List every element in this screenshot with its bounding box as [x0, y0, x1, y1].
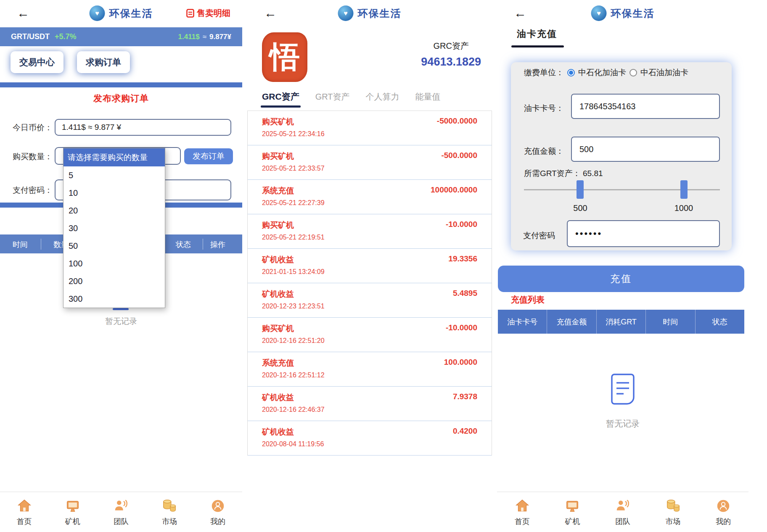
brand-logo-icon: ♥	[338, 5, 354, 21]
trade-tabs: 交易中心 求购订单	[11, 51, 130, 73]
nav-item-profile[interactable]: 我的	[201, 498, 235, 527]
nav-item-team[interactable]: 团队	[104, 498, 138, 527]
transaction-row[interactable]: 系统充值100000.0000 2025-05-21 22:27:39	[248, 180, 492, 214]
asset-label: GRC资产	[421, 40, 481, 52]
tab-personal-power[interactable]: 个人算力	[366, 91, 399, 104]
slider-handle-min[interactable]	[577, 180, 584, 199]
dropdown-option[interactable]: 50	[63, 237, 165, 255]
txn-time: 2020-12-23 12:23:51	[262, 303, 477, 310]
radio-petrochina[interactable]	[629, 69, 637, 76]
txn-title: 购买矿机	[262, 323, 294, 334]
transaction-row[interactable]: 购买矿机-10.0000 2025-05-21 22:19:51	[248, 214, 492, 249]
brand-name: 环保生活	[109, 7, 153, 20]
back-arrow-icon[interactable]: ←	[514, 6, 526, 20]
radio-sinopec[interactable]	[567, 69, 575, 76]
today-price-input[interactable]: 1.411$ ≈ 9.877 ¥	[55, 119, 231, 136]
nav-item-label: 我的	[210, 516, 225, 527]
txn-time: 2020-08-04 11:19:56	[262, 440, 477, 448]
brand-header: ♥ 环保生活	[338, 5, 402, 21]
publish-order-button[interactable]: 发布订单	[184, 148, 233, 164]
qty-field-label: 购买数量：	[13, 151, 53, 162]
transaction-row[interactable]: 购买矿机-10.0000 2020-12-16 22:51:20	[248, 318, 492, 352]
tab-buy-orders[interactable]: 求购订单	[77, 51, 130, 73]
dropdown-option[interactable]: 300	[63, 290, 165, 308]
txn-time: 2025-05-21 22:33:57	[262, 165, 477, 172]
transaction-list: 购买矿机-5000.0000 2025-05-21 22:34:16 购买矿机-…	[247, 111, 492, 456]
grt-required-row: 所需GRT资产： 65.81	[524, 168, 603, 179]
nav-item-home[interactable]: 首页	[8, 498, 41, 527]
nav-item-home[interactable]: 首页	[505, 498, 539, 527]
transaction-row[interactable]: 购买矿机-5000.0000 2025-05-21 22:34:16	[248, 111, 492, 145]
col-time: 时间	[13, 240, 28, 250]
tab-trade-center[interactable]: 交易中心	[11, 51, 63, 73]
back-arrow-icon[interactable]: ←	[17, 6, 29, 20]
dropdown-option[interactable]: 20	[63, 202, 165, 219]
txn-title: 系统充值	[262, 185, 294, 196]
txn-amount: 7.9378	[453, 392, 477, 403]
transaction-row[interactable]: 矿机收益5.4895 2020-12-23 12:23:51	[248, 283, 492, 318]
dropdown-option[interactable]: 5	[63, 166, 165, 184]
amount-slider-track[interactable]	[524, 189, 720, 190]
amount-label: 充值金额：	[524, 146, 564, 157]
miner-icon	[564, 498, 581, 514]
transaction-row[interactable]: 系统充值100.0000 2020-12-16 22:51:12	[248, 352, 492, 387]
txn-amount: 5.4895	[453, 289, 477, 300]
dropdown-option[interactable]: 30	[63, 219, 165, 237]
receipt-icon	[186, 9, 194, 18]
txn-title: 矿机收益	[262, 254, 294, 265]
price-bar: GRT/USDT +5.7% 1.411$ ≈ 9.877¥	[0, 27, 242, 46]
txn-title: 矿机收益	[262, 427, 294, 437]
nav-item-label: 市场	[666, 516, 681, 527]
tab-grt-asset[interactable]: GRT资产	[315, 91, 350, 104]
brand-header: ♥ 环保生活	[90, 5, 153, 21]
avatar-char: 悟	[270, 37, 300, 77]
unit-label: 缴费单位：	[524, 67, 564, 78]
nav-item-market[interactable]: 市场	[153, 498, 186, 527]
dropdown-option[interactable]: 10	[63, 184, 165, 202]
price-usd: 1.411$	[178, 33, 200, 41]
dropdown-option[interactable]: 100	[63, 255, 165, 272]
trade-screen: ← ♥ 环保生活 售卖明细 GRT/USDT +5.7% 1.411$ ≈ 9.…	[0, 0, 242, 532]
sell-detail-link[interactable]: 售卖明细	[186, 8, 230, 19]
nav-item-profile[interactable]: 我的	[706, 498, 740, 527]
password-dots: ••••••	[575, 228, 602, 239]
nav-item-miner[interactable]: 矿机	[555, 498, 589, 527]
sell-detail-label: 售卖明细	[197, 8, 230, 19]
dropdown-placeholder-option[interactable]: 请选择需要购买的数量	[63, 148, 165, 166]
column-separator	[41, 239, 41, 250]
password-input[interactable]: ••••••	[567, 220, 720, 247]
home-icon	[514, 498, 531, 514]
transaction-row[interactable]: 矿机收益7.9378 2020-12-16 22:46:37	[248, 387, 492, 421]
recharge-button[interactable]: 充值	[498, 266, 744, 292]
txn-amount: -500.0000	[441, 151, 477, 162]
transaction-row[interactable]: 购买矿机-500.0000 2025-05-21 22:33:57	[248, 145, 492, 180]
txn-amount: -10.0000	[446, 323, 477, 334]
price-field-label: 今日币价：	[13, 122, 53, 133]
card-number-input[interactable]: 178645354163	[571, 94, 720, 119]
transaction-row[interactable]: 矿机收益0.4200 2020-08-04 11:19:56	[248, 421, 492, 456]
txn-time: 2020-12-16 22:51:20	[262, 337, 477, 345]
amount-input[interactable]: 500	[571, 137, 720, 162]
recharge-list-title: 充值列表	[511, 294, 545, 306]
transaction-row[interactable]: 矿机收益19.3356 2021-01-15 13:24:09	[248, 249, 492, 283]
quantity-dropdown: 请选择需要购买的数量 5 10 20 30 50 100 200 300	[63, 148, 165, 308]
back-arrow-icon[interactable]: ←	[264, 6, 277, 20]
slider-handle-max[interactable]	[680, 180, 688, 199]
nav-item-label: 首页	[515, 516, 530, 527]
unit-radio-row: 缴费单位： 中石化加油卡 中石油加油卡	[524, 67, 688, 78]
nav-item-label: 市场	[162, 516, 177, 527]
txn-time: 2025-05-21 22:27:39	[262, 199, 477, 207]
txn-title: 矿机收益	[262, 289, 294, 300]
nav-item-market[interactable]: 市场	[656, 498, 690, 527]
col-grt-cost: 消耗GRT	[597, 310, 646, 334]
today-price-value: 1.411$ ≈ 9.877 ¥	[62, 123, 121, 132]
nav-item-miner[interactable]: 矿机	[56, 498, 90, 527]
tab-grc-asset[interactable]: GRC资产	[262, 91, 299, 104]
txn-title: 购买矿机	[262, 151, 294, 162]
tab-energy-value[interactable]: 能量值	[415, 91, 441, 104]
txn-amount: 19.3356	[448, 254, 477, 265]
nav-item-team[interactable]: 团队	[606, 498, 640, 527]
avatar: 悟	[262, 32, 307, 82]
dropdown-option[interactable]: 200	[63, 272, 165, 290]
recharge-table-header: 油卡卡号 充值金额 消耗GRT 时间 状态	[498, 310, 744, 334]
